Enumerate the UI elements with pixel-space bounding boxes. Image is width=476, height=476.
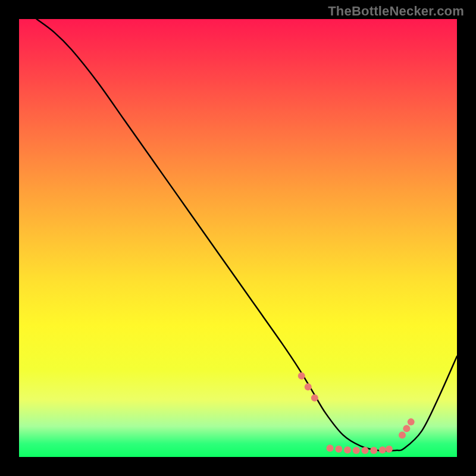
highlight-dot: [335, 446, 342, 453]
highlight-dot: [344, 446, 351, 453]
chart-svg: [19, 19, 457, 457]
bottleneck-curve-group: [36, 19, 457, 451]
chart-stage: TheBottleNecker.com: [0, 0, 476, 476]
highlight-dot: [403, 425, 410, 432]
highlight-dot: [408, 418, 415, 425]
highlight-dot: [298, 372, 305, 380]
highlight-dot: [327, 444, 334, 452]
highlight-dot: [353, 447, 360, 454]
highlight-dot: [379, 446, 386, 453]
highlight-dot: [361, 447, 368, 454]
bottleneck-curve: [36, 19, 457, 451]
highlight-dot: [370, 447, 377, 454]
highlight-dot: [305, 383, 312, 390]
watermark-text: TheBottleNecker.com: [328, 4, 464, 19]
highlight-dot: [311, 394, 318, 402]
highlight-dot: [399, 431, 406, 439]
highlight-dots-group: [298, 372, 415, 454]
highlight-dot: [386, 446, 393, 453]
plot-area: [19, 19, 457, 457]
